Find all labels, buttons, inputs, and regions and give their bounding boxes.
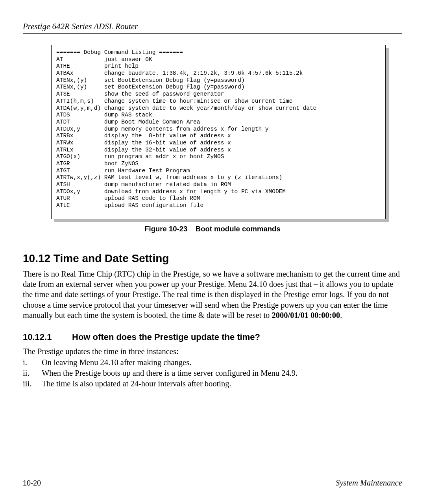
list-item: i.On leaving Menu 24.10 after making cha… bbox=[23, 357, 402, 368]
subsection-intro: The Prestige updates the time in three i… bbox=[23, 346, 402, 356]
section-title: Time and Date Setting bbox=[54, 252, 169, 264]
footer-section-title: System Maintenance bbox=[336, 478, 402, 487]
footer-rule bbox=[23, 475, 402, 475]
list-item: ii.When the Prestige boots up and there … bbox=[23, 368, 402, 378]
figure-label: Figure 10-23 bbox=[144, 225, 187, 233]
figure-caption: Figure 10-23 Boot module commands bbox=[23, 225, 402, 233]
page-number: 10-20 bbox=[23, 479, 41, 487]
list-marker: ii. bbox=[23, 368, 42, 378]
list-text: The time is also updated at 24-hour inte… bbox=[42, 378, 231, 389]
list-marker: i. bbox=[23, 357, 42, 368]
section-heading: 10.12 Time and Date Setting bbox=[23, 252, 402, 265]
section-para-text: There is no Real Time Chip (RTC) chip in… bbox=[23, 270, 400, 319]
default-datetime: 2000/01/01 00:00:00 bbox=[272, 311, 340, 319]
debug-command-listing: ======= Debug Command Listing ======= AT… bbox=[51, 45, 386, 219]
list-text: When the Prestige boots up and there is … bbox=[42, 368, 298, 378]
list-marker: iii. bbox=[23, 378, 42, 389]
section-body: There is no Real Time Chip (RTC) chip in… bbox=[23, 269, 402, 320]
section-para-tail: . bbox=[340, 311, 342, 319]
page-footer: 10-20 System Maintenance bbox=[23, 475, 402, 487]
subsection-number: 10.12.1 bbox=[23, 332, 72, 342]
code-figure-wrapper: ======= Debug Command Listing ======= AT… bbox=[51, 45, 386, 219]
header-rule bbox=[23, 33, 402, 34]
update-instances-list: i.On leaving Menu 24.10 after making cha… bbox=[23, 357, 402, 389]
figure-title: Boot module commands bbox=[196, 225, 281, 233]
page-header-title: Prestige 642R Series ADSL Router bbox=[23, 22, 402, 31]
list-item: iii.The time is also updated at 24-hour … bbox=[23, 378, 402, 389]
subsection-title: How often does the Prestige update the t… bbox=[72, 332, 260, 342]
list-text: On leaving Menu 24.10 after making chang… bbox=[42, 357, 191, 368]
subsection-heading: 10.12.1How often does the Prestige updat… bbox=[23, 332, 402, 342]
section-number: 10.12 bbox=[23, 252, 50, 264]
